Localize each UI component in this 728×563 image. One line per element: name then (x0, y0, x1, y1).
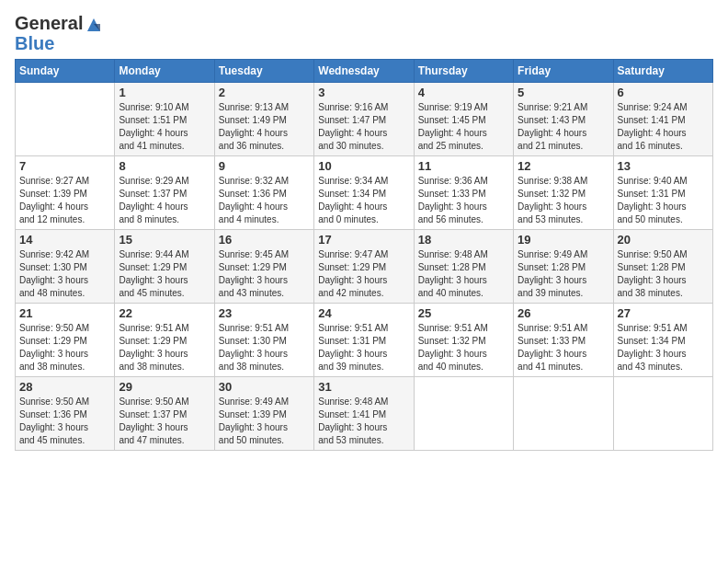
cell-3-0: 21Sunrise: 9:50 AM Sunset: 1:29 PM Dayli… (16, 303, 115, 376)
cell-text: Sunrise: 9:50 AM Sunset: 1:37 PM Dayligh… (119, 396, 210, 447)
cell-text: Sunrise: 9:47 AM Sunset: 1:29 PM Dayligh… (318, 248, 409, 300)
day-number: 21 (19, 306, 110, 320)
cell-0-0 (16, 82, 115, 155)
cell-text: Sunrise: 9:50 AM Sunset: 1:36 PM Dayligh… (19, 396, 110, 447)
col-header-friday: Friday (514, 59, 613, 82)
day-number: 14 (19, 233, 110, 247)
cell-1-0: 7Sunrise: 9:27 AM Sunset: 1:39 PM Daylig… (16, 155, 115, 229)
logo: General Blue (15, 13, 104, 53)
day-number: 11 (418, 159, 509, 173)
cell-text: Sunrise: 9:51 AM Sunset: 1:34 PM Dayligh… (618, 322, 709, 373)
day-number: 13 (618, 159, 709, 173)
logo-blue: Blue (15, 33, 104, 53)
page-container: General Blue SundayMondayTuesdayWednesda… (0, 0, 728, 460)
cell-0-2: 2Sunrise: 9:13 AM Sunset: 1:49 PM Daylig… (214, 82, 313, 155)
cell-0-5: 5Sunrise: 9:21 AM Sunset: 1:43 PM Daylig… (514, 82, 613, 155)
col-header-monday: Monday (115, 59, 214, 82)
cell-text: Sunrise: 9:21 AM Sunset: 1:43 PM Dayligh… (518, 101, 609, 153)
day-number: 8 (119, 159, 210, 173)
day-number: 12 (518, 159, 609, 173)
logo-text: General (15, 13, 104, 35)
cell-2-4: 18Sunrise: 9:48 AM Sunset: 1:28 PM Dayli… (414, 229, 513, 303)
cell-4-4 (414, 376, 513, 450)
cell-0-4: 4Sunrise: 9:19 AM Sunset: 1:45 PM Daylig… (414, 82, 513, 155)
col-header-sunday: Sunday (16, 59, 115, 82)
cell-text: Sunrise: 9:51 AM Sunset: 1:31 PM Dayligh… (318, 322, 409, 373)
day-number: 28 (19, 380, 110, 394)
day-number: 31 (318, 380, 409, 394)
cell-text: Sunrise: 9:51 AM Sunset: 1:29 PM Dayligh… (119, 322, 210, 373)
day-number: 25 (418, 306, 509, 320)
day-number: 24 (318, 306, 409, 320)
cell-4-5 (514, 376, 613, 450)
day-number: 5 (518, 86, 609, 99)
cell-text: Sunrise: 9:51 AM Sunset: 1:32 PM Dayligh… (418, 322, 509, 373)
day-number: 2 (219, 86, 310, 99)
cell-1-3: 10Sunrise: 9:34 AM Sunset: 1:34 PM Dayli… (314, 155, 414, 229)
cell-3-1: 22Sunrise: 9:51 AM Sunset: 1:29 PM Dayli… (115, 303, 214, 376)
cell-text: Sunrise: 9:10 AM Sunset: 1:51 PM Dayligh… (119, 101, 210, 153)
cell-4-2: 30Sunrise: 9:49 AM Sunset: 1:39 PM Dayli… (214, 376, 313, 450)
cell-4-0: 28Sunrise: 9:50 AM Sunset: 1:36 PM Dayli… (16, 376, 115, 450)
cell-2-5: 19Sunrise: 9:49 AM Sunset: 1:28 PM Dayli… (514, 229, 613, 303)
cell-text: Sunrise: 9:44 AM Sunset: 1:29 PM Dayligh… (119, 248, 210, 300)
header: General Blue (15, 9, 713, 53)
day-number: 23 (219, 306, 310, 320)
cell-1-4: 11Sunrise: 9:36 AM Sunset: 1:33 PM Dayli… (414, 155, 513, 229)
cell-text: Sunrise: 9:34 AM Sunset: 1:34 PM Dayligh… (318, 175, 409, 226)
cell-2-6: 20Sunrise: 9:50 AM Sunset: 1:28 PM Dayli… (613, 229, 712, 303)
day-number: 17 (318, 233, 409, 247)
day-number: 19 (518, 233, 609, 247)
day-number: 10 (318, 159, 409, 173)
cell-text: Sunrise: 9:45 AM Sunset: 1:29 PM Dayligh… (219, 248, 310, 300)
cell-1-5: 12Sunrise: 9:38 AM Sunset: 1:32 PM Dayli… (514, 155, 613, 229)
cell-3-6: 27Sunrise: 9:51 AM Sunset: 1:34 PM Dayli… (613, 303, 712, 376)
day-number: 15 (119, 233, 210, 247)
cell-text: Sunrise: 9:49 AM Sunset: 1:28 PM Dayligh… (518, 248, 609, 300)
cell-4-3: 31Sunrise: 9:48 AM Sunset: 1:41 PM Dayli… (314, 376, 414, 450)
cell-text: Sunrise: 9:48 AM Sunset: 1:41 PM Dayligh… (318, 396, 409, 447)
col-header-saturday: Saturday (613, 59, 712, 82)
day-number: 6 (618, 86, 709, 99)
cell-0-3: 3Sunrise: 9:16 AM Sunset: 1:47 PM Daylig… (314, 82, 414, 155)
header-row: SundayMondayTuesdayWednesdayThursdayFrid… (16, 59, 713, 82)
cell-1-6: 13Sunrise: 9:40 AM Sunset: 1:31 PM Dayli… (613, 155, 712, 229)
day-number: 3 (318, 86, 409, 99)
col-header-tuesday: Tuesday (214, 59, 313, 82)
cell-text: Sunrise: 9:19 AM Sunset: 1:45 PM Dayligh… (418, 101, 509, 153)
week-row-4: 28Sunrise: 9:50 AM Sunset: 1:36 PM Dayli… (16, 376, 713, 450)
cell-text: Sunrise: 9:51 AM Sunset: 1:33 PM Dayligh… (518, 322, 609, 373)
cell-text: Sunrise: 9:32 AM Sunset: 1:36 PM Dayligh… (219, 175, 310, 226)
logo-icon (84, 15, 104, 35)
cell-2-1: 15Sunrise: 9:44 AM Sunset: 1:29 PM Dayli… (115, 229, 214, 303)
cell-4-1: 29Sunrise: 9:50 AM Sunset: 1:37 PM Dayli… (115, 376, 214, 450)
cell-text: Sunrise: 9:27 AM Sunset: 1:39 PM Dayligh… (19, 175, 110, 226)
cell-text: Sunrise: 9:50 AM Sunset: 1:28 PM Dayligh… (618, 248, 709, 300)
day-number: 30 (219, 380, 310, 394)
cell-1-2: 9Sunrise: 9:32 AM Sunset: 1:36 PM Daylig… (214, 155, 313, 229)
cell-text: Sunrise: 9:24 AM Sunset: 1:41 PM Dayligh… (618, 101, 709, 153)
cell-text: Sunrise: 9:42 AM Sunset: 1:30 PM Dayligh… (19, 248, 110, 300)
cell-text: Sunrise: 9:50 AM Sunset: 1:29 PM Dayligh… (19, 322, 110, 373)
week-row-2: 14Sunrise: 9:42 AM Sunset: 1:30 PM Dayli… (16, 229, 713, 303)
day-number: 22 (119, 306, 210, 320)
cell-4-6 (613, 376, 712, 450)
week-row-1: 7Sunrise: 9:27 AM Sunset: 1:39 PM Daylig… (16, 155, 713, 229)
day-number: 20 (618, 233, 709, 247)
cell-2-3: 17Sunrise: 9:47 AM Sunset: 1:29 PM Dayli… (314, 229, 414, 303)
day-number: 27 (618, 306, 709, 320)
week-row-0: 1Sunrise: 9:10 AM Sunset: 1:51 PM Daylig… (16, 82, 713, 155)
cell-text: Sunrise: 9:29 AM Sunset: 1:37 PM Dayligh… (119, 175, 210, 226)
cell-text: Sunrise: 9:48 AM Sunset: 1:28 PM Dayligh… (418, 248, 509, 300)
day-number: 16 (219, 233, 310, 247)
week-row-3: 21Sunrise: 9:50 AM Sunset: 1:29 PM Dayli… (16, 303, 713, 376)
day-number: 7 (19, 159, 110, 173)
cell-1-1: 8Sunrise: 9:29 AM Sunset: 1:37 PM Daylig… (115, 155, 214, 229)
cell-3-2: 23Sunrise: 9:51 AM Sunset: 1:30 PM Dayli… (214, 303, 313, 376)
calendar-table: SundayMondayTuesdayWednesdayThursdayFrid… (15, 59, 713, 451)
col-header-wednesday: Wednesday (314, 59, 414, 82)
cell-2-0: 14Sunrise: 9:42 AM Sunset: 1:30 PM Dayli… (16, 229, 115, 303)
cell-text: Sunrise: 9:36 AM Sunset: 1:33 PM Dayligh… (418, 175, 509, 226)
cell-text: Sunrise: 9:49 AM Sunset: 1:39 PM Dayligh… (219, 396, 310, 447)
cell-text: Sunrise: 9:13 AM Sunset: 1:49 PM Dayligh… (219, 101, 310, 153)
